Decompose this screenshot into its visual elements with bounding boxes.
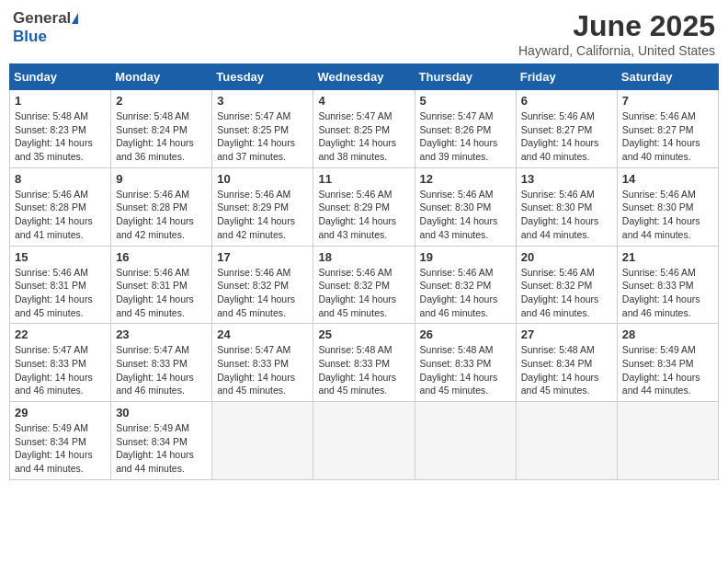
- day-number: 16: [116, 250, 207, 264]
- calendar-day: [415, 402, 516, 480]
- logo-triangle-icon: [72, 13, 78, 24]
- day-number: 14: [622, 172, 713, 186]
- calendar-day: [516, 402, 617, 480]
- calendar-day: 3Sunrise: 5:47 AM Sunset: 8:25 PM Daylig…: [212, 90, 313, 168]
- calendar-day: [313, 402, 415, 480]
- day-number: 7: [622, 94, 713, 108]
- day-info: Sunrise: 5:46 AM Sunset: 8:29 PM Dayligh…: [217, 188, 308, 242]
- day-info: Sunrise: 5:49 AM Sunset: 8:34 PM Dayligh…: [622, 343, 713, 397]
- day-number: 25: [318, 327, 409, 341]
- weekday-header-friday: Friday: [516, 64, 617, 90]
- day-info: Sunrise: 5:47 AM Sunset: 8:33 PM Dayligh…: [217, 343, 308, 397]
- day-number: 2: [116, 94, 207, 108]
- calendar-week-row: 15Sunrise: 5:46 AM Sunset: 8:31 PM Dayli…: [10, 246, 719, 324]
- day-number: 6: [521, 94, 612, 108]
- day-info: Sunrise: 5:46 AM Sunset: 8:32 PM Dayligh…: [318, 266, 409, 320]
- calendar-day: 16Sunrise: 5:46 AM Sunset: 8:31 PM Dayli…: [111, 246, 212, 324]
- day-number: 22: [15, 327, 106, 341]
- day-number: 5: [420, 94, 511, 108]
- day-number: 12: [420, 172, 511, 186]
- month-title: June 2025: [518, 9, 715, 43]
- day-info: Sunrise: 5:48 AM Sunset: 8:34 PM Dayligh…: [521, 343, 612, 397]
- page-header: General Blue June 2025 Hayward, Californ…: [9, 9, 719, 58]
- weekday-header-sunday: Sunday: [10, 64, 111, 90]
- calendar-day: 17Sunrise: 5:46 AM Sunset: 8:32 PM Dayli…: [212, 246, 313, 324]
- day-number: 20: [521, 250, 612, 264]
- weekday-header-tuesday: Tuesday: [212, 64, 313, 90]
- weekday-header-wednesday: Wednesday: [313, 64, 415, 90]
- calendar-day: 8Sunrise: 5:46 AM Sunset: 8:28 PM Daylig…: [10, 167, 111, 246]
- day-number: 9: [116, 172, 207, 186]
- calendar-day: 23Sunrise: 5:47 AM Sunset: 8:33 PM Dayli…: [111, 324, 212, 402]
- calendar-day: 22Sunrise: 5:47 AM Sunset: 8:33 PM Dayli…: [10, 324, 111, 402]
- calendar-day: 30Sunrise: 5:49 AM Sunset: 8:34 PM Dayli…: [111, 402, 212, 480]
- calendar-day: 14Sunrise: 5:46 AM Sunset: 8:30 PM Dayli…: [617, 167, 718, 246]
- calendar-day: 21Sunrise: 5:46 AM Sunset: 8:33 PM Dayli…: [617, 246, 718, 324]
- calendar-day: 2Sunrise: 5:48 AM Sunset: 8:24 PM Daylig…: [111, 90, 212, 168]
- day-info: Sunrise: 5:46 AM Sunset: 8:29 PM Dayligh…: [318, 188, 409, 242]
- day-info: Sunrise: 5:48 AM Sunset: 8:23 PM Dayligh…: [15, 109, 106, 164]
- day-number: 28: [622, 327, 713, 341]
- day-number: 23: [116, 327, 207, 341]
- day-info: Sunrise: 5:47 AM Sunset: 8:33 PM Dayligh…: [15, 343, 106, 397]
- day-info: Sunrise: 5:47 AM Sunset: 8:25 PM Dayligh…: [217, 109, 308, 164]
- day-info: Sunrise: 5:48 AM Sunset: 8:33 PM Dayligh…: [318, 343, 409, 397]
- calendar-day: 24Sunrise: 5:47 AM Sunset: 8:33 PM Dayli…: [212, 324, 313, 402]
- day-number: 10: [217, 172, 308, 186]
- calendar-day: 27Sunrise: 5:48 AM Sunset: 8:34 PM Dayli…: [516, 324, 617, 402]
- calendar-week-row: 22Sunrise: 5:47 AM Sunset: 8:33 PM Dayli…: [10, 324, 719, 402]
- day-number: 3: [217, 94, 308, 108]
- calendar-day: 11Sunrise: 5:46 AM Sunset: 8:29 PM Dayli…: [313, 167, 415, 246]
- calendar-day: 7Sunrise: 5:46 AM Sunset: 8:27 PM Daylig…: [617, 90, 718, 168]
- calendar-day: 18Sunrise: 5:46 AM Sunset: 8:32 PM Dayli…: [313, 246, 415, 324]
- day-info: Sunrise: 5:46 AM Sunset: 8:28 PM Dayligh…: [15, 188, 106, 242]
- day-number: 26: [420, 327, 511, 341]
- day-number: 8: [15, 172, 106, 186]
- day-info: Sunrise: 5:46 AM Sunset: 8:27 PM Dayligh…: [521, 109, 612, 164]
- day-info: Sunrise: 5:49 AM Sunset: 8:34 PM Dayligh…: [15, 421, 106, 476]
- calendar-day: 4Sunrise: 5:47 AM Sunset: 8:25 PM Daylig…: [313, 90, 415, 168]
- day-info: Sunrise: 5:46 AM Sunset: 8:32 PM Dayligh…: [521, 266, 612, 320]
- day-info: Sunrise: 5:46 AM Sunset: 8:32 PM Dayligh…: [420, 266, 511, 320]
- calendar-week-row: 29Sunrise: 5:49 AM Sunset: 8:34 PM Dayli…: [10, 402, 719, 480]
- day-number: 21: [622, 250, 713, 264]
- day-number: 18: [318, 250, 409, 264]
- day-number: 15: [15, 250, 106, 264]
- day-number: 27: [521, 327, 612, 341]
- day-number: 11: [318, 172, 409, 186]
- calendar-day: 29Sunrise: 5:49 AM Sunset: 8:34 PM Dayli…: [10, 402, 111, 480]
- calendar-day: [212, 402, 313, 480]
- calendar-day: 26Sunrise: 5:48 AM Sunset: 8:33 PM Dayli…: [415, 324, 516, 402]
- weekday-header-monday: Monday: [111, 64, 212, 90]
- logo-blue: Blue: [13, 28, 47, 45]
- day-number: 17: [217, 250, 308, 264]
- day-info: Sunrise: 5:49 AM Sunset: 8:34 PM Dayligh…: [116, 421, 207, 476]
- day-number: 24: [217, 327, 308, 341]
- day-number: 19: [420, 250, 511, 264]
- calendar-day: 5Sunrise: 5:47 AM Sunset: 8:26 PM Daylig…: [415, 90, 516, 168]
- day-number: 1: [15, 94, 106, 108]
- calendar-day: 6Sunrise: 5:46 AM Sunset: 8:27 PM Daylig…: [516, 90, 617, 168]
- calendar-day: 12Sunrise: 5:46 AM Sunset: 8:30 PM Dayli…: [415, 167, 516, 246]
- calendar-day: 28Sunrise: 5:49 AM Sunset: 8:34 PM Dayli…: [617, 324, 718, 402]
- day-info: Sunrise: 5:46 AM Sunset: 8:30 PM Dayligh…: [521, 188, 612, 242]
- day-info: Sunrise: 5:46 AM Sunset: 8:31 PM Dayligh…: [116, 266, 207, 320]
- calendar-week-row: 8Sunrise: 5:46 AM Sunset: 8:28 PM Daylig…: [10, 167, 719, 246]
- calendar-day: [617, 402, 718, 480]
- day-number: 29: [15, 406, 106, 419]
- logo-general: General: [13, 9, 71, 28]
- day-info: Sunrise: 5:46 AM Sunset: 8:30 PM Dayligh…: [622, 188, 713, 242]
- calendar-day: 19Sunrise: 5:46 AM Sunset: 8:32 PM Dayli…: [415, 246, 516, 324]
- calendar-day: 10Sunrise: 5:46 AM Sunset: 8:29 PM Dayli…: [212, 167, 313, 246]
- day-info: Sunrise: 5:47 AM Sunset: 8:25 PM Dayligh…: [318, 109, 409, 164]
- day-info: Sunrise: 5:46 AM Sunset: 8:32 PM Dayligh…: [217, 266, 308, 320]
- location: Hayward, California, United States: [518, 43, 715, 58]
- day-info: Sunrise: 5:46 AM Sunset: 8:31 PM Dayligh…: [15, 266, 106, 320]
- day-info: Sunrise: 5:46 AM Sunset: 8:27 PM Dayligh…: [622, 109, 713, 164]
- day-info: Sunrise: 5:47 AM Sunset: 8:33 PM Dayligh…: [116, 343, 207, 397]
- weekday-header-saturday: Saturday: [617, 64, 718, 90]
- calendar-day: 9Sunrise: 5:46 AM Sunset: 8:28 PM Daylig…: [111, 167, 212, 246]
- day-number: 4: [318, 94, 409, 108]
- calendar-day: 1Sunrise: 5:48 AM Sunset: 8:23 PM Daylig…: [10, 90, 111, 168]
- day-info: Sunrise: 5:48 AM Sunset: 8:33 PM Dayligh…: [420, 343, 511, 397]
